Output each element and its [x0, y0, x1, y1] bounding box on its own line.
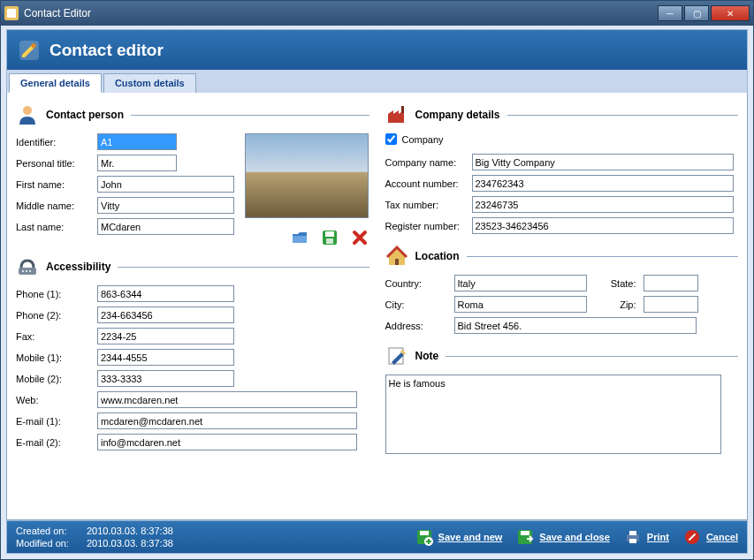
- register-label: Register number:: [385, 221, 472, 231]
- note-icon: [385, 344, 408, 367]
- state-label: State:: [601, 278, 636, 289]
- svg-rect-8: [326, 238, 333, 244]
- svg-rect-5: [293, 236, 307, 243]
- personal-title-input[interactable]: [97, 155, 177, 171]
- print-icon: [624, 528, 642, 546]
- svg-rect-23: [629, 539, 636, 543]
- register-input[interactable]: [472, 217, 734, 234]
- company-checkbox-label: Company: [402, 134, 444, 145]
- group-company-details: Company details: [385, 103, 739, 126]
- svg-rect-7: [325, 231, 334, 237]
- phone1-input[interactable]: [97, 285, 234, 302]
- minimize-button[interactable]: ─: [658, 5, 682, 21]
- factory-icon: [385, 103, 408, 126]
- web-input[interactable]: [97, 391, 357, 408]
- phone2-label: Phone (2):: [16, 310, 97, 321]
- maximize-button[interactable]: ▢: [684, 5, 709, 21]
- delete-photo-icon[interactable]: [351, 229, 369, 246]
- middle-name-label: Middle name:: [16, 201, 97, 211]
- company-name-label: Company name:: [385, 157, 472, 168]
- group-location: Location: [385, 245, 739, 268]
- phone-icon: [16, 255, 39, 278]
- save-photo-icon[interactable]: [321, 229, 339, 246]
- company-checkbox[interactable]: [385, 133, 397, 145]
- titlebar: Contact Editor ─ ▢ ✕: [1, 1, 753, 26]
- edit-icon: [18, 39, 41, 62]
- email1-input[interactable]: [97, 412, 357, 429]
- zip-label: Zip:: [601, 299, 636, 310]
- tax-label: Tax number:: [385, 200, 472, 210]
- header: Contact editor: [6, 29, 748, 70]
- save-close-icon: [516, 528, 534, 546]
- personal-title-label: Personal title:: [16, 158, 97, 169]
- country-input[interactable]: [454, 275, 587, 291]
- address-label: Address:: [385, 321, 454, 331]
- identifier-label: Identifier:: [16, 137, 97, 148]
- group-accessibility: Accessibility: [16, 255, 369, 278]
- general-details-panel: Contact person Identifier: Personal titl…: [6, 93, 748, 520]
- modified-label: Modified on:: [16, 538, 87, 549]
- tax-input[interactable]: [472, 196, 734, 213]
- mobile2-label: Mobile (2):: [16, 374, 97, 384]
- svg-rect-17: [420, 531, 429, 535]
- email2-label: E-mail (2):: [16, 437, 97, 448]
- app-icon: [4, 6, 19, 20]
- fax-input[interactable]: [97, 328, 234, 344]
- email2-input[interactable]: [97, 434, 357, 450]
- svg-point-4: [23, 106, 32, 115]
- svg-point-12: [29, 270, 31, 272]
- last-name-input[interactable]: [97, 218, 234, 235]
- tab-custom-details[interactable]: Custom details: [103, 73, 196, 93]
- web-label: Web:: [16, 395, 97, 405]
- account-label: Account number:: [385, 178, 472, 189]
- svg-point-11: [26, 270, 27, 272]
- last-name-label: Last name:: [16, 222, 97, 232]
- fax-label: Fax:: [16, 331, 97, 342]
- footer: Created on:2010.03.03. 8:37:38 Modified …: [6, 520, 748, 554]
- group-contact-person: Contact person: [16, 103, 369, 126]
- created-value: 2010.03.03. 8:37:38: [87, 526, 173, 536]
- address-input[interactable]: [454, 317, 697, 334]
- country-label: Country:: [385, 278, 454, 289]
- mobile2-input[interactable]: [97, 370, 234, 387]
- svg-rect-13: [401, 106, 404, 113]
- account-input[interactable]: [472, 175, 734, 192]
- cancel-button[interactable]: Cancel: [683, 528, 738, 546]
- page-title: Contact editor: [50, 41, 164, 60]
- middle-name-input[interactable]: [97, 197, 234, 214]
- contact-photo[interactable]: [245, 133, 369, 218]
- svg-rect-20: [521, 531, 529, 535]
- contact-editor-window: Contact Editor ─ ▢ ✕ Contact editor Gene…: [0, 0, 754, 560]
- cancel-icon: [683, 528, 701, 546]
- email1-label: E-mail (1):: [16, 416, 97, 427]
- zip-input[interactable]: [644, 296, 698, 313]
- mobile1-label: Mobile (1):: [16, 352, 97, 363]
- save-and-close-button[interactable]: Save and close: [516, 528, 610, 546]
- save-new-icon: [415, 528, 433, 546]
- phone1-label: Phone (1):: [16, 289, 97, 299]
- company-name-input[interactable]: [472, 154, 734, 170]
- first-name-input[interactable]: [97, 176, 234, 193]
- print-button[interactable]: Print: [624, 528, 669, 546]
- browse-photo-icon[interactable]: [291, 229, 308, 246]
- save-and-new-button[interactable]: Save and new: [415, 528, 503, 546]
- svg-rect-22: [629, 531, 636, 535]
- house-icon: [385, 245, 408, 268]
- note-textarea[interactable]: [385, 375, 721, 454]
- first-name-label: First name:: [16, 179, 97, 190]
- city-label: City:: [385, 299, 454, 310]
- mobile1-input[interactable]: [97, 349, 234, 366]
- modified-value: 2010.03.03. 8:37:38: [87, 538, 173, 549]
- svg-rect-1: [7, 9, 16, 18]
- state-input[interactable]: [644, 275, 698, 291]
- identifier-input[interactable]: [97, 133, 177, 150]
- phone2-input[interactable]: [97, 306, 234, 323]
- person-icon: [16, 103, 39, 126]
- created-label: Created on:: [16, 526, 87, 536]
- window-title: Contact Editor: [24, 7, 91, 19]
- group-note: Note: [385, 344, 739, 367]
- svg-point-10: [22, 270, 24, 272]
- tab-general-details[interactable]: General details: [9, 73, 102, 93]
- city-input[interactable]: [454, 296, 587, 313]
- close-button[interactable]: ✕: [711, 5, 750, 21]
